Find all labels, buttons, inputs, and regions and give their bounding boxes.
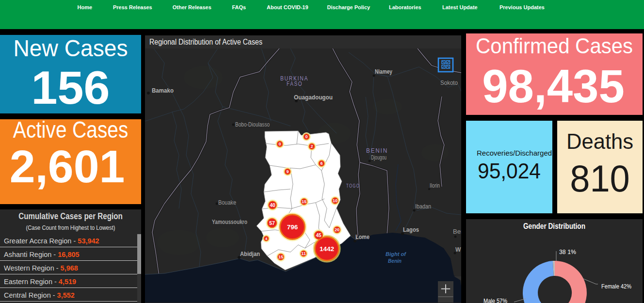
svg-text:Bight of: Bight of [386,251,406,257]
svg-text:15: 15 [278,255,283,259]
svg-text:38 1%: 38 1% [559,249,576,255]
svg-text:Bamako: Bamako [152,87,174,94]
svg-text:Ibadan: Ibadan [415,203,431,210]
svg-text:45: 45 [316,233,322,238]
svg-text:Female 42%: Female 42% [601,283,631,290]
svg-text:Benin: Benin [388,258,402,264]
svg-text:40: 40 [270,203,275,208]
svg-text:Yamoussoukro: Yamoussoukro [212,219,247,225]
svg-text:FASO: FASO [287,80,303,87]
svg-text:Ouagadougou: Ouagadougou [294,94,333,101]
svg-text:TOGO: TOGO [346,183,360,189]
svg-text:Sokoto: Sokoto [440,80,458,86]
svg-text:2: 2 [310,144,313,149]
svg-text:1442: 1442 [320,245,334,253]
svg-text:Lome: Lome [355,233,370,240]
svg-text:Lagos: Lagos [403,226,419,233]
svg-text:0: 0 [305,134,307,139]
svg-text:BENIN: BENIN [366,147,388,154]
svg-text:11: 11 [301,251,306,256]
svg-text:6: 6 [320,161,322,166]
svg-text:Niamey: Niamey [375,68,392,75]
svg-text:0: 0 [278,142,281,146]
svg-text:9: 9 [286,169,289,174]
svg-text:4: 4 [265,237,268,241]
svg-text:Bobo-Dioulasso: Bobo-Dioulasso [235,121,270,128]
svg-text:Ben: Ben [453,228,461,235]
svg-text:Djougou: Djougou [371,154,386,161]
svg-text:Male 57%: Male 57% [483,297,507,303]
svg-text:796: 796 [287,223,298,231]
svg-text:20: 20 [335,227,339,232]
svg-text:15: 15 [302,199,306,204]
svg-text:10: 10 [333,198,338,203]
svg-text:57: 57 [269,220,275,226]
svg-text:Abidjan: Abidjan [240,250,260,257]
svg-text:W: W [455,246,461,253]
svg-text:Ilorin: Ilorin [430,182,440,189]
svg-text:Bouake: Bouake [218,199,236,206]
